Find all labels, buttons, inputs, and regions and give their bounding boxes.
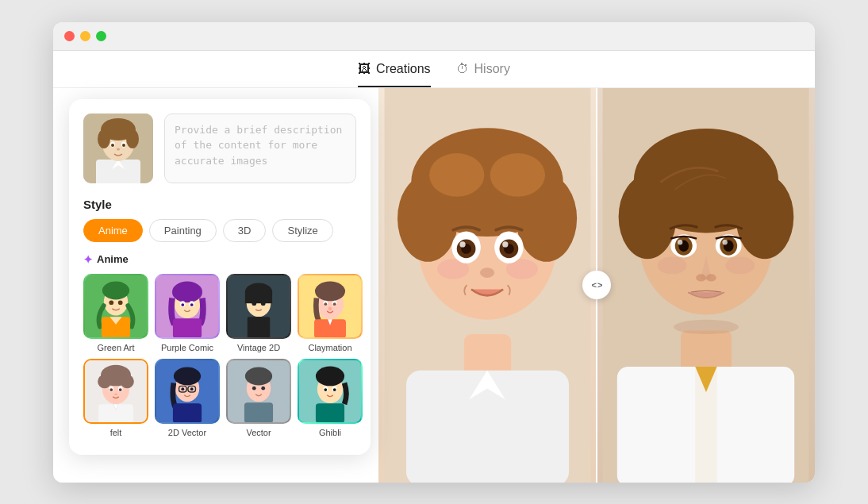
style-section-label: Style xyxy=(83,198,356,211)
svg-point-50 xyxy=(117,371,127,382)
style-card-purple-comic[interactable]: Purple Comic xyxy=(155,274,220,352)
style-tab-anime[interactable]: Anime xyxy=(83,219,143,242)
tab-history-label: Hisory xyxy=(474,62,510,76)
svg-point-69 xyxy=(245,367,272,385)
svg-rect-25 xyxy=(173,318,202,337)
style-tab-stylize[interactable]: Stylize xyxy=(272,219,332,242)
style-card-img-green-art xyxy=(83,274,148,339)
svg-point-112 xyxy=(735,175,793,259)
maximize-button[interactable] xyxy=(96,31,106,41)
style-card-label-purple-comic: Purple Comic xyxy=(161,343,213,352)
svg-point-99 xyxy=(459,241,465,247)
svg-point-78 xyxy=(324,388,327,391)
comparison-left xyxy=(378,88,597,483)
svg-point-65 xyxy=(190,387,194,391)
anime-sublabel: ✦ Anime xyxy=(83,253,356,266)
comparison-container: < > xyxy=(378,88,815,483)
minimize-button[interactable] xyxy=(80,31,90,41)
svg-point-30 xyxy=(252,301,256,306)
style-grid: Green Art xyxy=(83,274,356,437)
style-card-img-claymation xyxy=(298,274,363,339)
svg-point-49 xyxy=(105,371,115,382)
style-tab-3d[interactable]: 3D xyxy=(223,219,267,242)
style-card-vintage-2d[interactable]: Vintage 2D xyxy=(226,274,291,352)
style-card-label-vintage-2d: Vintage 2D xyxy=(237,343,280,352)
svg-point-71 xyxy=(261,386,265,390)
svg-rect-66 xyxy=(173,403,202,422)
avatar-thumbnail[interactable] xyxy=(83,113,153,183)
svg-point-120 xyxy=(722,240,727,244)
svg-point-70 xyxy=(252,386,256,390)
svg-point-5 xyxy=(98,129,110,148)
description-textarea[interactable] xyxy=(164,113,356,183)
style-card-felt[interactable]: felt xyxy=(83,359,148,437)
svg-point-54 xyxy=(119,388,122,391)
svg-point-109 xyxy=(726,256,755,274)
creations-icon: 🖼 xyxy=(358,62,371,76)
style-card-2d-vector[interactable]: 2D Vector xyxy=(155,359,220,437)
svg-point-108 xyxy=(658,256,686,274)
svg-rect-33 xyxy=(252,317,264,325)
style-tab-painting[interactable]: Painting xyxy=(149,219,217,242)
svg-point-23 xyxy=(181,303,184,306)
tab-history[interactable]: ⏱ Hisory xyxy=(456,62,510,87)
tab-creations-label: Creations xyxy=(376,62,430,76)
close-button[interactable] xyxy=(64,31,75,41)
app-content: 🖼 Creations ⏱ Hisory xyxy=(53,51,815,483)
svg-point-111 xyxy=(619,175,677,259)
style-card-label-felt: felt xyxy=(110,428,122,437)
style-card-label-vector: Vector xyxy=(246,428,271,437)
svg-rect-29 xyxy=(245,291,272,302)
svg-point-64 xyxy=(181,387,184,391)
svg-point-119 xyxy=(678,240,682,244)
svg-point-79 xyxy=(333,388,336,391)
svg-point-75 xyxy=(316,366,344,386)
svg-point-14 xyxy=(102,281,129,299)
svg-point-36 xyxy=(315,281,345,301)
style-card-label-green-art: Green Art xyxy=(97,343,134,352)
comparison-toggle[interactable]: < > xyxy=(582,271,611,299)
tabs-header: 🖼 Creations ⏱ Hisory xyxy=(53,51,815,88)
style-card-claymation[interactable]: Claymation xyxy=(298,274,363,352)
style-card-label-ghibli: Ghibli xyxy=(319,428,341,437)
svg-point-91 xyxy=(429,153,484,197)
svg-point-15 xyxy=(109,300,113,305)
style-card-img-vintage-2d xyxy=(226,274,291,339)
comparison-divider: < > xyxy=(596,88,597,483)
tab-creations[interactable]: 🖼 Creations xyxy=(358,62,430,87)
style-card-ghibli[interactable]: Ghibli xyxy=(298,359,363,437)
comparison-right xyxy=(597,88,815,483)
star-icon: ✦ xyxy=(83,253,93,266)
svg-point-24 xyxy=(190,303,194,306)
svg-rect-80 xyxy=(316,403,344,422)
svg-point-55 xyxy=(114,393,117,395)
svg-point-9 xyxy=(111,144,114,147)
svg-point-60 xyxy=(174,367,201,385)
input-row xyxy=(83,113,356,183)
style-card-img-2d-vector xyxy=(155,359,220,424)
style-card-vector[interactable]: Vector xyxy=(226,359,291,437)
svg-point-92 xyxy=(490,153,545,197)
svg-point-101 xyxy=(480,267,494,278)
style-card-green-art[interactable]: Green Art xyxy=(83,274,148,352)
toggle-arrows: < > xyxy=(592,280,602,290)
svg-point-11 xyxy=(117,148,120,150)
svg-point-121 xyxy=(696,274,706,281)
style-card-label-2d-vector: 2D Vector xyxy=(168,428,206,437)
svg-point-31 xyxy=(261,301,266,306)
svg-point-6 xyxy=(126,129,139,148)
style-tabs: Anime Painting 3D Stylize xyxy=(83,219,356,242)
svg-point-16 xyxy=(118,300,123,305)
svg-point-122 xyxy=(706,274,716,281)
title-bar xyxy=(53,22,815,51)
style-card-img-purple-comic xyxy=(155,274,220,339)
svg-rect-72 xyxy=(244,402,273,422)
app-body: Style Anime Painting 3D Stylize ✦ Anime xyxy=(53,88,815,483)
svg-point-53 xyxy=(109,388,113,391)
right-image-area: < > xyxy=(378,88,815,483)
svg-point-20 xyxy=(172,281,202,302)
left-panel: Style Anime Painting 3D Stylize ✦ Anime xyxy=(69,99,371,455)
svg-point-123 xyxy=(674,319,739,333)
svg-point-100 xyxy=(502,241,508,247)
svg-point-41 xyxy=(328,306,332,310)
